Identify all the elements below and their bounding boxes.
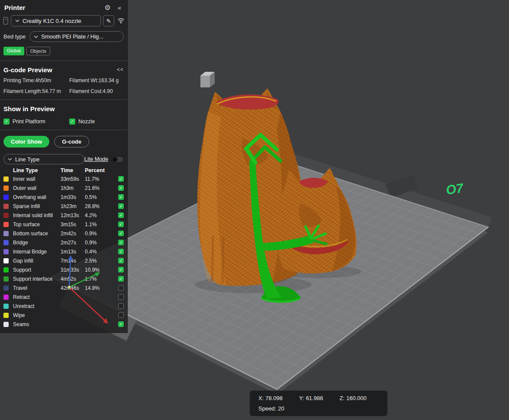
tab-objects[interactable]: Objects [26,47,50,55]
line-percent: 21.6% [85,185,106,191]
print-platform-label: Print Platform [13,119,45,125]
line-visible-checkbox[interactable]: ✓ [118,258,124,263]
collapse-panel-icon[interactable]: « [118,4,121,11]
line-visible-checkbox[interactable]: ✓ [118,176,124,182]
line-visible-checkbox[interactable]: ✓ [118,249,124,254]
line-color-swatch [3,304,9,309]
line-visible-checkbox[interactable]: ✓ [118,194,124,200]
nozzle-checkbox[interactable]: ✓ [69,119,75,125]
divider [0,130,127,130]
line-color-swatch [3,285,9,291]
line-type-label: Inner wall [13,176,61,182]
line-type-label: Unretract [13,303,61,309]
line-type-row: Travel 42m46s 14.8% ✓ [0,283,127,292]
line-type-label: Seams [13,321,61,327]
divider [0,99,127,100]
line-type-row: Top surface 3m15s 1.1% ✓ [0,220,127,229]
line-percent: 0.5% [85,194,106,200]
wifi-icon[interactable] [117,18,125,24]
line-type-row: Sparse infill 1h23m 28.8% ✓ [0,202,127,211]
line-type-label: Wipe [13,312,61,318]
line-color-swatch [3,204,9,209]
printer-select[interactable]: Creality K1C 0.4 nozzle [11,15,101,26]
line-color-swatch [3,176,9,182]
gcode-preview-title: G-code Preview [3,66,52,74]
printing-time: Printing Time:4h50m [3,77,69,83]
line-type-label: Outer wall [13,185,61,191]
gear-icon[interactable]: ⚙ [104,3,110,12]
line-type-table: Inner wall 33m59s 11.7% ✓ Outer wall 1h3… [0,174,127,329]
line-visible-checkbox[interactable]: ✓ [118,303,124,309]
line-percent: 11.7% [85,176,106,182]
line-time: 3m15s [61,221,85,228]
line-visible-checkbox[interactable]: ✓ [118,267,124,273]
lite-mode-label: Lite Mode [84,156,108,162]
line-color-swatch [3,267,9,273]
line-type-label: Gap infill [13,258,61,264]
x-coordinate: X:78.098 [258,395,283,401]
gcode-preview-header: G-code Preview << [0,65,127,74]
filament-length: Filament Length:54.77 m [3,88,69,94]
line-time: 31m33s [61,267,85,273]
toggle-knob [113,157,117,162]
printer-icon [3,17,9,25]
line-time: 1m13s [61,249,85,255]
line-type-label: Support interface [13,276,61,282]
line-percent: 1.7% [85,276,106,282]
line-visible-checkbox[interactable]: ✓ [118,185,124,191]
line-type-label: Top surface [13,221,61,228]
line-visible-checkbox[interactable]: ✓ [118,231,124,236]
tab-global[interactable]: Global [3,47,24,55]
line-percent: 0.9% [85,240,106,246]
line-percent: 4.2% [85,212,106,218]
line-time: 33m59s [61,176,85,182]
line-visible-checkbox[interactable]: ✓ [118,321,124,327]
line-visible-checkbox[interactable]: ✓ [118,240,124,245]
edit-printer-button[interactable]: ✎ [103,15,114,26]
gcode-button[interactable]: G-code [54,136,89,147]
line-color-swatch [3,322,9,327]
line-type-label: Bottom surface [13,231,61,237]
line-type-row: Gap infill 7m14s 2.5% ✓ [0,256,127,265]
line-color-swatch [3,231,9,236]
line-percent: 28.8% [85,203,106,209]
line-color-swatch [3,249,9,254]
line-visible-checkbox[interactable]: ✓ [118,221,124,227]
line-visible-checkbox[interactable]: ✓ [118,203,124,209]
slicer-app: O7 [0,0,509,420]
color-show-button[interactable]: Color Show [3,136,49,147]
chevron-down-icon [8,158,12,160]
line-color-swatch [3,295,9,300]
line-visible-checkbox[interactable]: ✓ [118,294,124,300]
line-visible-checkbox[interactable]: ✓ [118,276,124,282]
line-visible-checkbox[interactable]: ✓ [118,312,124,318]
line-visible-checkbox[interactable]: ✓ [118,285,124,291]
lite-mode-toggle[interactable] [112,156,124,163]
line-visible-checkbox[interactable]: ✓ [118,212,124,218]
line-color-swatch [3,186,9,191]
panel-title: Printer [4,4,25,11]
printer-row: Creality K1C 0.4 nozzle ✎ [0,15,127,27]
bed-type-select[interactable]: Smooth PEI Plate / Hig... [29,31,124,42]
header-percent: Percent [85,167,107,173]
nozzle-label: Nozzle [78,119,95,125]
line-type-select[interactable]: Line Type [3,154,84,164]
line-type-label: Bridge [13,240,61,246]
line-color-swatch [3,313,9,318]
line-type-row: Inner wall 33m59s 11.7% ✓ [0,174,127,183]
header-time: Time [61,167,85,173]
print-stats: Printing Time:4h50m Filament Wt:163.34 g… [0,77,127,94]
line-color-swatch [3,258,9,263]
line-color-swatch [3,195,9,200]
line-time: 2m27s [61,240,85,246]
line-type-row: Outer wall 1h3m 21.6% ✓ [0,183,127,192]
line-percent: 0.4% [85,249,106,255]
line-type-label: Retract [13,294,61,300]
scope-tabs: Global Objects [0,47,127,55]
collapse-section-icon[interactable]: << [117,67,124,73]
line-color-swatch [3,276,9,282]
line-type-row: Unretract ✓ [0,301,127,311]
line-color-swatch [3,222,9,227]
print-platform-checkbox[interactable]: ✓ [3,119,10,125]
header-line-type: Line Type [13,167,61,173]
